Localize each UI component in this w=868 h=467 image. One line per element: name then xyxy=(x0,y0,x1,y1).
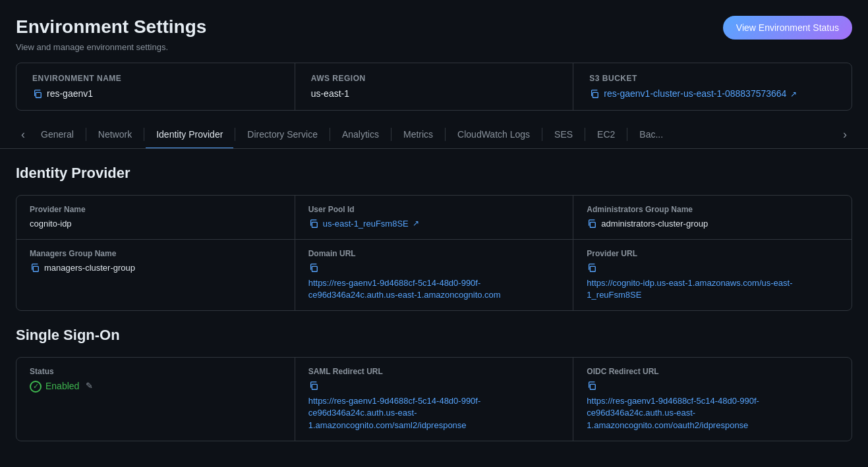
tab-divider-6 xyxy=(445,128,446,141)
admin-group-cell: Administrators Group Name administrators… xyxy=(573,196,852,239)
managers-group-cell: Managers Group Name managers-cluster-gro… xyxy=(16,240,295,310)
tab-divider-7 xyxy=(542,128,542,141)
saml-redirect-label: SAML Redirect URL xyxy=(308,367,560,376)
identity-provider-fields: Provider Name cognito-idp User Pool Id u… xyxy=(16,195,852,312)
env-name-copy-icon[interactable] xyxy=(32,89,43,99)
s3-bucket-value: res-gaenv1-cluster-us-east-1-08883757366… xyxy=(589,88,836,99)
header-text: Environment Settings View and manage env… xyxy=(16,16,206,52)
provider-url-label: Provider URL xyxy=(587,249,838,258)
svg-rect-5 xyxy=(312,266,317,271)
tabs-list: General Network Identity Provider Direct… xyxy=(30,121,838,148)
identity-provider-section-title: Identity Provider xyxy=(16,165,852,182)
s3-bucket-external-link-icon[interactable]: ↗ xyxy=(790,90,798,97)
admin-group-value: administrators-cluster-group xyxy=(587,218,838,230)
page-header: Environment Settings View and manage env… xyxy=(0,0,868,63)
svg-rect-2 xyxy=(312,222,317,227)
tab-identity-provider[interactable]: Identity Provider xyxy=(146,121,233,148)
admin-group-copy-icon[interactable] xyxy=(587,219,597,229)
svg-rect-6 xyxy=(591,266,596,271)
tab-analytics[interactable]: Analytics xyxy=(332,121,390,148)
tab-network[interactable]: Network xyxy=(88,121,142,148)
oidc-redirect-link[interactable]: https://res-gaenv1-9d4688cf-5c14-48d0-99… xyxy=(587,395,838,431)
oidc-redirect-cell: OIDC Redirect URL https://res-gaenv1-9d4… xyxy=(573,358,852,441)
domain-url-cell: Domain URL https://res-gaenv1-9d4688cf-5… xyxy=(295,240,574,310)
saml-redirect-cell: SAML Redirect URL https://res-gaenv1-9d4… xyxy=(295,358,574,441)
domain-url-link[interactable]: https://res-gaenv1-9d4688cf-5c14-48d0-99… xyxy=(308,277,560,301)
provider-url-value: https://cognito-idp.us-east-1.amazonaws.… xyxy=(587,262,838,301)
sso-status-text: Enabled xyxy=(45,380,79,393)
oidc-redirect-value: https://res-gaenv1-9d4688cf-5c14-48d0-99… xyxy=(587,380,838,431)
tab-divider-4 xyxy=(330,128,330,141)
saml-redirect-value: https://res-gaenv1-9d4688cf-5c14-48d0-99… xyxy=(308,380,560,431)
sso-row-1: Status ✓ Enabled ✎ SAML Redirect URL xyxy=(16,358,852,441)
provider-url-cell: Provider URL https://cognito-idp.us-east… xyxy=(573,240,852,310)
user-pool-id-cell: User Pool Id us-east-1_reuFsm8SE ↗ xyxy=(295,196,574,239)
tab-divider-3 xyxy=(235,128,235,141)
svg-rect-7 xyxy=(312,385,317,390)
s3-bucket-link[interactable]: res-gaenv1-cluster-us-east-1-08883757366… xyxy=(604,88,786,99)
view-environment-status-button[interactable]: View Environment Status xyxy=(723,16,852,40)
managers-group-text: managers-cluster-group xyxy=(44,262,135,274)
sso-status-label: Status xyxy=(30,367,281,376)
provider-url-link[interactable]: https://cognito-idp.us-east-1.amazonaws.… xyxy=(587,277,838,301)
tab-divider-9 xyxy=(627,128,627,141)
provider-name-cell: Provider Name cognito-idp xyxy=(16,196,295,239)
tab-metrics[interactable]: Metrics xyxy=(393,121,444,148)
tab-directory-service[interactable]: Directory Service xyxy=(237,121,328,148)
saml-redirect-copy-icon[interactable] xyxy=(308,381,319,391)
s3-bucket-label: S3 Bucket xyxy=(589,74,836,83)
env-name-text: res-gaenv1 xyxy=(47,88,93,99)
aws-region-section: AWS Region us-east-1 xyxy=(295,63,574,110)
status-circle-icon: ✓ xyxy=(30,381,42,393)
provider-name-value: cognito-idp xyxy=(30,218,281,230)
aws-region-text: us-east-1 xyxy=(311,88,349,99)
environment-info-card: Environment Name res-gaenv1 AWS Region u… xyxy=(16,63,852,111)
tabs-next-button[interactable]: › xyxy=(838,125,852,144)
managers-group-label: Managers Group Name xyxy=(30,249,281,258)
saml-redirect-link[interactable]: https://res-gaenv1-9d4688cf-5c14-48d0-99… xyxy=(308,395,560,431)
domain-url-copy-icon[interactable] xyxy=(308,263,319,273)
user-pool-id-copy-icon[interactable] xyxy=(308,219,319,229)
provider-name-label: Provider Name xyxy=(30,205,281,214)
domain-url-value: https://res-gaenv1-9d4688cf-5c14-48d0-99… xyxy=(308,262,560,301)
tab-ec2[interactable]: EC2 xyxy=(587,121,625,148)
user-pool-id-link[interactable]: us-east-1_reuFsm8SE xyxy=(323,218,409,230)
provider-url-copy-icon[interactable] xyxy=(587,263,597,273)
svg-rect-4 xyxy=(33,266,38,271)
domain-url-label: Domain URL xyxy=(308,249,560,258)
sso-status-cell: Status ✓ Enabled ✎ xyxy=(16,358,295,441)
svg-rect-0 xyxy=(36,92,41,97)
tab-divider-1 xyxy=(86,128,86,141)
main-content: Identity Provider Provider Name cognito-… xyxy=(0,149,868,467)
user-pool-id-external-icon[interactable]: ↗ xyxy=(413,218,420,226)
admin-group-label: Administrators Group Name xyxy=(587,205,838,214)
tab-ses[interactable]: SES xyxy=(544,121,583,148)
env-name-section: Environment Name res-gaenv1 xyxy=(16,63,295,110)
env-name-value: res-gaenv1 xyxy=(32,88,279,99)
s3-bucket-section: S3 Bucket res-gaenv1-cluster-us-east-1-0… xyxy=(573,63,852,110)
aws-region-label: AWS Region xyxy=(311,74,558,83)
provider-name-text: cognito-idp xyxy=(30,218,72,230)
sso-fields: Status ✓ Enabled ✎ SAML Redirect URL xyxy=(16,357,852,441)
user-pool-id-label: User Pool Id xyxy=(308,205,560,214)
tab-divider-8 xyxy=(585,128,585,141)
page-title: Environment Settings xyxy=(16,16,206,38)
svg-rect-3 xyxy=(591,222,596,227)
tab-bac[interactable]: Bac... xyxy=(629,121,674,148)
tab-divider-2 xyxy=(144,128,144,141)
page-subtitle: View and manage environment settings. xyxy=(16,42,206,52)
s3-bucket-copy-icon[interactable] xyxy=(589,89,600,99)
managers-group-value: managers-cluster-group xyxy=(30,262,281,274)
tabs-prev-button[interactable]: ‹ xyxy=(16,125,30,144)
tab-general[interactable]: General xyxy=(30,121,84,148)
managers-group-copy-icon[interactable] xyxy=(30,263,40,273)
aws-region-value: us-east-1 xyxy=(311,88,558,99)
idp-row-2: Managers Group Name managers-cluster-gro… xyxy=(16,240,852,310)
sso-status-edit-icon[interactable]: ✎ xyxy=(86,380,95,389)
oidc-redirect-copy-icon[interactable] xyxy=(587,381,597,391)
svg-rect-8 xyxy=(591,385,596,390)
idp-row-1: Provider Name cognito-idp User Pool Id u… xyxy=(16,196,852,240)
tabs-container: ‹ General Network Identity Provider Dire… xyxy=(0,121,868,149)
sso-status-value: ✓ Enabled ✎ xyxy=(30,380,281,393)
tab-cloudwatch-logs[interactable]: CloudWatch Logs xyxy=(447,121,540,148)
